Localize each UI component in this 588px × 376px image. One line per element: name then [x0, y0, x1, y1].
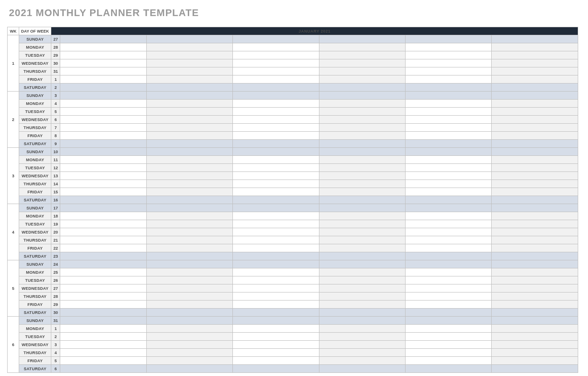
planner-slot[interactable]	[405, 67, 491, 75]
planner-slot[interactable]	[233, 156, 319, 164]
planner-slot[interactable]	[146, 228, 232, 236]
planner-slot[interactable]	[146, 212, 232, 220]
planner-slot[interactable]	[233, 75, 319, 84]
planner-slot[interactable]	[405, 357, 491, 365]
planner-slot[interactable]	[233, 349, 319, 357]
planner-slot[interactable]	[60, 252, 146, 260]
planner-slot[interactable]	[405, 292, 491, 301]
planner-slot[interactable]	[319, 148, 405, 156]
planner-slot[interactable]	[405, 333, 491, 341]
planner-slot[interactable]	[233, 341, 319, 349]
planner-slot[interactable]	[319, 140, 405, 148]
planner-slot[interactable]	[60, 67, 146, 75]
planner-slot[interactable]	[405, 228, 491, 236]
planner-slot[interactable]	[319, 325, 405, 333]
planner-slot[interactable]	[60, 180, 146, 188]
planner-slot[interactable]	[492, 284, 578, 292]
planner-slot[interactable]	[233, 59, 319, 67]
planner-slot[interactable]	[233, 124, 319, 132]
planner-slot[interactable]	[492, 309, 578, 317]
planner-slot[interactable]	[405, 51, 491, 59]
planner-slot[interactable]	[60, 365, 146, 373]
planner-slot[interactable]	[319, 92, 405, 100]
planner-slot[interactable]	[319, 84, 405, 92]
planner-slot[interactable]	[492, 59, 578, 67]
planner-slot[interactable]	[60, 349, 146, 357]
planner-slot[interactable]	[233, 236, 319, 244]
planner-slot[interactable]	[319, 124, 405, 132]
planner-slot[interactable]	[233, 276, 319, 284]
planner-slot[interactable]	[405, 349, 491, 357]
planner-slot[interactable]	[60, 260, 146, 268]
planner-slot[interactable]	[233, 164, 319, 172]
planner-slot[interactable]	[492, 51, 578, 59]
planner-slot[interactable]	[146, 244, 232, 252]
planner-slot[interactable]	[405, 172, 491, 180]
planner-slot[interactable]	[405, 341, 491, 349]
planner-slot[interactable]	[405, 365, 491, 373]
planner-slot[interactable]	[233, 132, 319, 140]
planner-slot[interactable]	[319, 35, 405, 43]
planner-slot[interactable]	[146, 276, 232, 284]
planner-slot[interactable]	[319, 301, 405, 309]
planner-slot[interactable]	[319, 309, 405, 317]
planner-slot[interactable]	[60, 301, 146, 309]
planner-slot[interactable]	[233, 43, 319, 51]
planner-slot[interactable]	[319, 100, 405, 108]
planner-slot[interactable]	[233, 108, 319, 116]
planner-slot[interactable]	[146, 132, 232, 140]
planner-slot[interactable]	[146, 301, 232, 309]
planner-slot[interactable]	[146, 236, 232, 244]
planner-slot[interactable]	[233, 325, 319, 333]
planner-slot[interactable]	[233, 365, 319, 373]
planner-slot[interactable]	[233, 196, 319, 204]
planner-slot[interactable]	[146, 92, 232, 100]
planner-slot[interactable]	[319, 220, 405, 228]
planner-slot[interactable]	[60, 84, 146, 92]
planner-slot[interactable]	[492, 196, 578, 204]
planner-slot[interactable]	[233, 140, 319, 148]
planner-slot[interactable]	[233, 180, 319, 188]
planner-slot[interactable]	[233, 35, 319, 43]
planner-slot[interactable]	[60, 148, 146, 156]
planner-slot[interactable]	[233, 67, 319, 75]
planner-slot[interactable]	[60, 325, 146, 333]
planner-slot[interactable]	[492, 172, 578, 180]
planner-slot[interactable]	[405, 92, 491, 100]
planner-slot[interactable]	[146, 164, 232, 172]
planner-slot[interactable]	[60, 276, 146, 284]
planner-slot[interactable]	[146, 43, 232, 51]
planner-slot[interactable]	[492, 349, 578, 357]
planner-slot[interactable]	[405, 43, 491, 51]
planner-slot[interactable]	[233, 100, 319, 108]
planner-slot[interactable]	[60, 132, 146, 140]
planner-slot[interactable]	[146, 220, 232, 228]
planner-slot[interactable]	[405, 284, 491, 292]
planner-slot[interactable]	[60, 100, 146, 108]
planner-slot[interactable]	[146, 309, 232, 317]
planner-slot[interactable]	[60, 212, 146, 220]
planner-slot[interactable]	[319, 108, 405, 116]
planner-slot[interactable]	[492, 180, 578, 188]
planner-slot[interactable]	[405, 236, 491, 244]
planner-slot[interactable]	[319, 276, 405, 284]
planner-slot[interactable]	[319, 236, 405, 244]
planner-slot[interactable]	[60, 124, 146, 132]
planner-slot[interactable]	[146, 196, 232, 204]
planner-slot[interactable]	[405, 309, 491, 317]
planner-slot[interactable]	[319, 116, 405, 124]
planner-slot[interactable]	[492, 236, 578, 244]
planner-slot[interactable]	[319, 317, 405, 325]
planner-slot[interactable]	[405, 124, 491, 132]
planner-slot[interactable]	[319, 196, 405, 204]
planner-slot[interactable]	[405, 325, 491, 333]
planner-slot[interactable]	[492, 341, 578, 349]
planner-slot[interactable]	[146, 124, 232, 132]
planner-slot[interactable]	[492, 140, 578, 148]
planner-slot[interactable]	[492, 212, 578, 220]
planner-slot[interactable]	[405, 244, 491, 252]
planner-slot[interactable]	[319, 75, 405, 84]
planner-slot[interactable]	[492, 357, 578, 365]
planner-slot[interactable]	[60, 317, 146, 325]
planner-slot[interactable]	[233, 301, 319, 309]
